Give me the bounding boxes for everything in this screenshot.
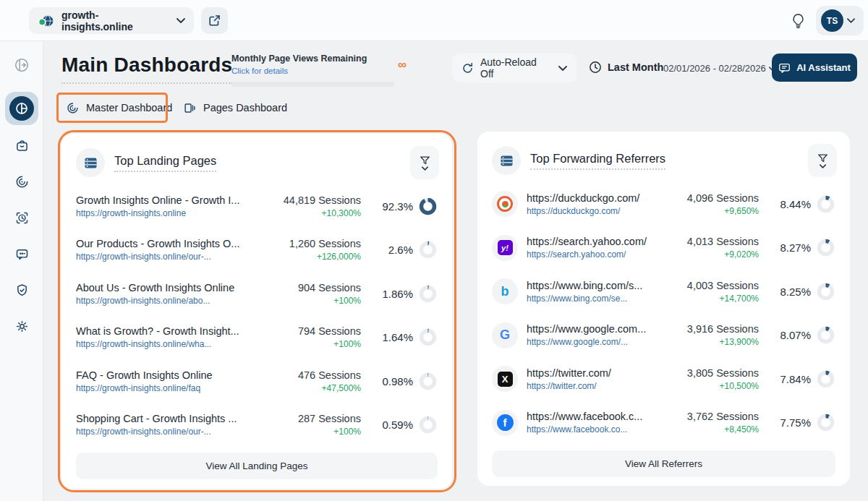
sidebar-item-settings[interactable] — [0, 309, 43, 343]
sidebar — [0, 41, 43, 501]
donut-chart — [816, 282, 835, 301]
top-landing-pages-card: Top Landing Pages Growth Insights Online… — [61, 134, 452, 489]
sidebar-item-ecommerce[interactable] — [0, 129, 43, 162]
sidebar-item-dashboards[interactable] — [5, 92, 38, 125]
row-url-link[interactable]: https://growth-insights.online/abo... — [76, 296, 267, 306]
row-title: Our Products - Growth Insights O... — [76, 238, 267, 249]
site-logo-icon — [38, 13, 55, 29]
row-title: https://www.google.com... — [527, 323, 665, 335]
filter-button[interactable] — [808, 144, 837, 177]
row-url-link[interactable]: https://twitter.com/ — [527, 381, 665, 391]
quota-progress-bar — [231, 82, 394, 87]
row-change-badge: +9,020% — [673, 249, 759, 260]
row-title: https://www.bing.com/s... — [527, 280, 665, 291]
list-item: What is Growth? - Growth Insight... http… — [76, 316, 438, 360]
tab-master-dashboard[interactable]: Master Dashboard — [66, 96, 172, 119]
chevron-down-icon — [422, 166, 428, 171]
row-url-link[interactable]: https://growth-insights.online — [76, 208, 267, 218]
dashboard-icon — [9, 96, 34, 121]
sidebar-item-feedback[interactable] — [0, 237, 43, 270]
sidebar-item-session-recordings[interactable] — [0, 201, 43, 234]
row-title: Shopping Cart - Growth Insights ... — [76, 413, 267, 424]
page-title: Main Dashboards — [61, 53, 232, 84]
row-percent: 8.44% — [780, 198, 811, 210]
donut-chart — [816, 369, 835, 389]
shield-check-icon — [14, 283, 30, 298]
lightbulb-icon — [791, 13, 805, 30]
row-title: Growth Insights Online - Growth I... — [76, 194, 267, 206]
list-item: FAQ - Growth Insights Online https://gro… — [76, 359, 438, 403]
row-sessions: 4,096 Sessions — [673, 192, 759, 204]
ai-chat-icon — [778, 62, 791, 74]
donut-chart — [816, 325, 835, 345]
gear-icon — [14, 319, 30, 334]
website-name: growth-insights.online — [61, 9, 170, 33]
quota-details-link[interactable]: Click for details — [231, 67, 288, 75]
row-sessions: 904 Sessions — [276, 282, 361, 294]
row-url-link[interactable]: https://www.facebook.co... — [527, 424, 665, 434]
chevron-down-icon — [820, 164, 826, 168]
period-selector[interactable]: Last Month — [589, 61, 663, 74]
ideas-button[interactable] — [787, 10, 809, 32]
sidebar-expand-button[interactable] — [0, 48, 43, 82]
row-url-link[interactable]: https://growth-insights.online/wha... — [76, 339, 267, 349]
account-menu[interactable]: TS — [816, 6, 864, 35]
row-url-link[interactable]: https://www.google.com/... — [527, 337, 665, 347]
spiral-icon — [14, 174, 30, 189]
quota-widget[interactable]: Monthly Page Views Remaining Click for d… — [231, 53, 396, 87]
tab-label: Pages Dashboard — [203, 102, 287, 114]
filter-button[interactable] — [410, 146, 439, 179]
quota-label: Monthly Page Views Remaining — [231, 53, 396, 64]
row-change-badge: +100% — [276, 427, 361, 437]
tab-pages-dashboard[interactable]: Pages Dashboard — [183, 96, 287, 119]
x-twitter-favicon: X — [498, 372, 513, 387]
row-url-link[interactable]: https://growth-insights.online/our-... — [76, 252, 267, 262]
row-percent: 7.75% — [780, 416, 811, 429]
funnel-icon — [420, 155, 430, 166]
row-sessions: 287 Sessions — [276, 413, 361, 424]
donut-chart — [816, 238, 835, 257]
chevron-down-icon — [176, 18, 185, 23]
row-url-link[interactable]: https://search.yahoo.com/ — [527, 249, 665, 260]
list-item: https://duckduckgo.com/ https://duckduck… — [492, 182, 835, 226]
row-url-link[interactable]: https://duckduckgo.com/ — [527, 206, 665, 216]
row-percent: 7.84% — [780, 373, 811, 385]
sidebar-item-web-analytics[interactable] — [0, 165, 43, 198]
sidebar-item-privacy[interactable] — [0, 273, 43, 307]
auto-reload-dropdown[interactable]: Auto-Reload Off — [452, 53, 576, 82]
donut-chart — [418, 240, 438, 260]
donut-chart — [816, 413, 835, 432]
row-sessions: 1,260 Sessions — [276, 238, 361, 249]
list-item: About Us - Growth Insights Online https:… — [76, 272, 438, 316]
row-change-badge: +14,700% — [673, 294, 759, 304]
donut-chart — [418, 197, 438, 216]
avatar: TS — [821, 9, 843, 32]
donut-chart — [418, 327, 438, 347]
ai-assistant-button[interactable]: AI Assistant — [772, 53, 857, 82]
date-range-value: 02/01/2026 - 02/28/2026 — [663, 63, 766, 74]
row-change-badge: +126,000% — [276, 252, 361, 262]
row-url-link[interactable]: https://www.bing.com/se... — [527, 294, 665, 304]
row-change-badge: +10,500% — [673, 381, 759, 391]
chevron-down-icon — [847, 18, 855, 23]
facebook-favicon: f — [497, 414, 514, 431]
row-url-link[interactable]: https://growth-insights.online/faq — [76, 383, 267, 393]
row-change-badge: +13,900% — [673, 337, 759, 347]
donut-chart — [418, 415, 438, 434]
row-change-badge: +47,500% — [276, 383, 361, 393]
list-item: X https://twitter.com/ https://twitter.c… — [492, 357, 835, 401]
yahoo-favicon: y! — [498, 240, 513, 255]
row-change-badge: +100% — [276, 296, 361, 306]
row-sessions: 3,916 Sessions — [673, 323, 759, 335]
open-website-button[interactable] — [201, 7, 228, 34]
focus-clock-icon — [14, 210, 30, 226]
date-range-selector[interactable]: 02/01/2026 - 02/28/2026 — [663, 63, 775, 74]
view-all-referrers-button[interactable]: View All Referrers — [492, 450, 835, 477]
view-all-landing-pages-button[interactable]: View All Landing Pages — [76, 453, 438, 479]
row-percent: 2.6% — [388, 244, 413, 256]
card-title: Top Landing Pages — [114, 154, 216, 172]
website-selector[interactable]: growth-insights.online — [29, 7, 194, 34]
row-sessions: 3,805 Sessions — [673, 367, 759, 379]
row-url-link[interactable]: https://growth-insights.online/our-... — [76, 427, 267, 437]
infinity-icon: ∞ — [398, 58, 407, 72]
